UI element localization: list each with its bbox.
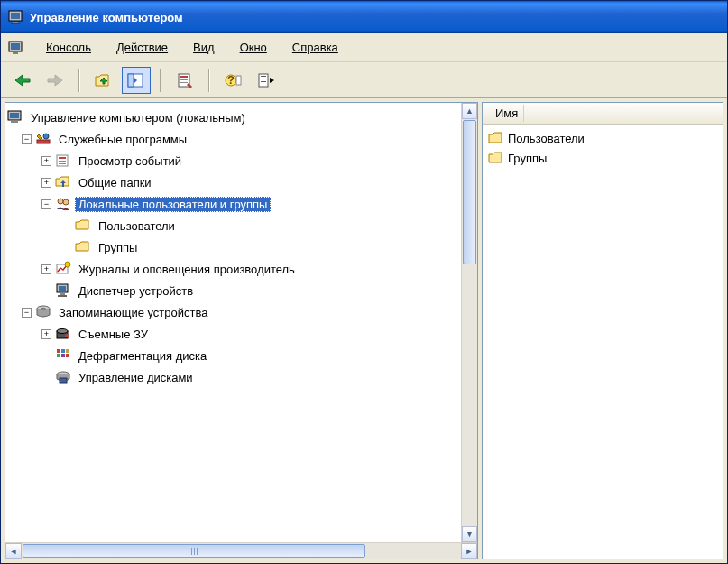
svg-rect-17 xyxy=(261,76,266,77)
tree-label: Служебные программы xyxy=(55,132,190,147)
svg-rect-26 xyxy=(59,157,66,159)
tree-event-viewer[interactable]: + Просмотр событий xyxy=(7,150,459,171)
list-item[interactable]: Группы xyxy=(488,148,717,168)
collapse-icon[interactable]: − xyxy=(22,134,32,144)
svg-point-30 xyxy=(63,199,69,205)
tree-label: Просмотр событий xyxy=(75,153,185,169)
folder-icon xyxy=(488,131,504,145)
mmc-app-icon xyxy=(8,40,24,56)
collapse-icon[interactable]: − xyxy=(41,199,51,209)
menu-bar: Консоль Действие Вид Окно Справка xyxy=(1,33,727,62)
up-button[interactable] xyxy=(89,67,118,94)
expand-icon[interactable]: + xyxy=(41,178,51,188)
tree-label: Дефрагментация диска xyxy=(75,348,210,364)
folder-icon xyxy=(75,239,91,255)
svg-rect-46 xyxy=(61,354,65,357)
back-button[interactable] xyxy=(8,67,37,94)
vertical-scrollbar[interactable]: ▲ ▼ xyxy=(461,103,477,542)
column-name[interactable]: Имя xyxy=(490,105,524,122)
title-bar[interactable]: Управление компьютером xyxy=(1,1,727,33)
device-manager-icon xyxy=(55,282,71,299)
tree-storage[interactable]: − Запоминающие устройства xyxy=(7,301,459,323)
tree-device-mgr[interactable]: Диспетчер устройств xyxy=(7,280,459,301)
menu-action[interactable]: Действие xyxy=(104,37,180,58)
expand-icon[interactable]: + xyxy=(41,264,51,274)
menu-view[interactable]: Вид xyxy=(180,37,227,58)
svg-point-29 xyxy=(58,199,63,204)
scroll-down-button[interactable]: ▼ xyxy=(462,526,477,542)
export-list-button[interactable] xyxy=(252,67,281,94)
tree-perf-logs[interactable]: + Журналы и оповещения производитель xyxy=(7,258,459,280)
tree-label: Пользователи xyxy=(95,218,179,234)
svg-point-38 xyxy=(41,308,46,310)
computer-management-icon xyxy=(8,9,24,25)
horizontal-scrollbar[interactable]: ◄ ► xyxy=(5,542,477,559)
tree-local-users-groups[interactable]: − Локальные пользователи и группы xyxy=(7,193,459,215)
scroll-thumb[interactable] xyxy=(23,544,365,558)
svg-rect-6 xyxy=(13,52,18,54)
list-arrow-icon xyxy=(257,72,275,88)
svg-rect-1 xyxy=(11,13,20,19)
column-header[interactable]: Имя xyxy=(483,103,723,125)
svg-rect-21 xyxy=(10,113,19,118)
tree-label: Запоминающие устройства xyxy=(55,305,211,320)
menu-window[interactable]: Окно xyxy=(227,37,280,58)
storage-icon xyxy=(35,304,51,320)
scroll-track[interactable] xyxy=(462,265,477,526)
tree-label: Общие папки xyxy=(75,175,155,190)
menu-console[interactable]: Консоль xyxy=(33,37,104,58)
properties-button[interactable] xyxy=(170,67,199,94)
tree-root[interactable]: Управление компьютером (локальным) xyxy=(7,106,459,128)
properties-icon xyxy=(176,72,194,88)
tree-label: Диспетчер устройств xyxy=(75,283,197,299)
tree-label: Съемные ЗУ xyxy=(75,327,152,342)
help-button[interactable]: ? xyxy=(219,67,248,94)
toolbar: ? xyxy=(1,62,727,98)
forward-button[interactable] xyxy=(41,67,69,94)
toolbar-separator xyxy=(208,69,210,92)
tree-groups[interactable]: Группы xyxy=(7,236,459,258)
tree-view[interactable]: Управление компьютером (локальным) − Слу… xyxy=(5,103,461,392)
tree-removable[interactable]: + Съемные ЗУ xyxy=(7,323,459,345)
svg-point-40 xyxy=(57,329,68,334)
show-hide-tree-button[interactable] xyxy=(122,67,151,94)
svg-rect-47 xyxy=(66,354,69,357)
collapse-icon[interactable]: − xyxy=(22,308,32,318)
tree-system-tools[interactable]: − Служебные программы xyxy=(7,128,459,150)
scroll-left-button[interactable]: ◄ xyxy=(5,543,22,559)
tree-label: Журналы и оповещения производитель xyxy=(75,262,299,277)
svg-rect-35 xyxy=(60,293,65,295)
defrag-icon xyxy=(55,347,71,364)
window-title: Управление компьютером xyxy=(30,11,183,24)
tree-users[interactable]: Пользователи xyxy=(7,215,459,236)
svg-point-32 xyxy=(65,262,70,267)
svg-rect-42 xyxy=(57,349,60,353)
tools-icon xyxy=(35,131,51,147)
expand-icon[interactable]: + xyxy=(41,156,51,166)
scroll-thumb[interactable] xyxy=(463,120,476,264)
tree-disk-mgmt[interactable]: Управление дисками xyxy=(7,366,459,388)
tree-shared-folders[interactable]: + Общие папки xyxy=(7,171,459,193)
list-view[interactable]: Пользователи Группы xyxy=(483,125,723,559)
list-item-label: Пользователи xyxy=(508,132,585,145)
folder-icon xyxy=(75,217,91,234)
tree-defrag[interactable]: Дефрагментация диска xyxy=(7,345,459,366)
tree-pane-icon xyxy=(127,72,145,88)
menu-help[interactable]: Справка xyxy=(280,37,351,58)
tree-label-selected: Локальные пользователи и группы xyxy=(75,197,271,212)
tree-pane: Управление компьютером (локальным) − Слу… xyxy=(5,102,478,559)
toolbar-separator xyxy=(78,69,80,92)
scroll-up-button[interactable]: ▲ xyxy=(462,103,477,119)
disk-mgmt-icon xyxy=(55,369,71,385)
svg-rect-5 xyxy=(11,43,20,50)
mmc-window: Управление компьютером Консоль Действие … xyxy=(0,0,728,564)
event-viewer-icon xyxy=(55,153,71,169)
svg-rect-3 xyxy=(11,23,20,24)
svg-rect-10 xyxy=(180,76,188,78)
list-item[interactable]: Пользователи xyxy=(488,128,717,148)
expand-icon[interactable]: + xyxy=(41,329,51,339)
svg-rect-15 xyxy=(236,76,241,85)
scroll-track[interactable] xyxy=(366,543,461,559)
scroll-right-button[interactable]: ► xyxy=(461,543,477,559)
toolbar-separator xyxy=(160,69,161,92)
